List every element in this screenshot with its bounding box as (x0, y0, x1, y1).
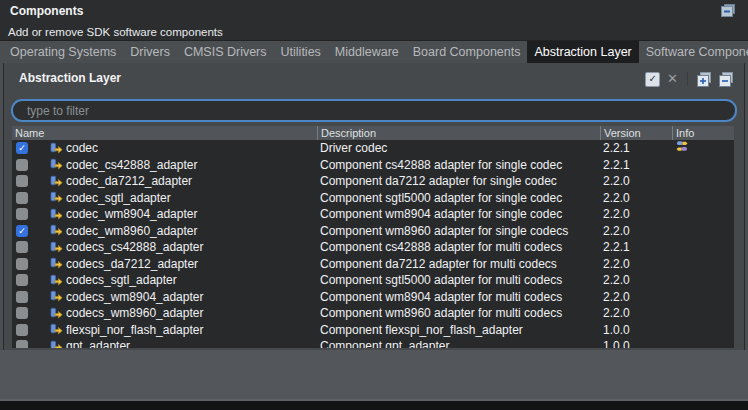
abstraction-layer-panel: Abstraction Layer ✓ ✕ (3, 63, 745, 350)
table-row[interactable]: codecs_wm8904_adapterComponent wm8904 ad… (12, 289, 734, 306)
component-name: flexspi_nor_flash_adapter (66, 323, 203, 337)
empty-area (0, 350, 748, 399)
component-icon (50, 323, 63, 336)
component-icon (50, 224, 63, 237)
version-cell: 2.2.0 (600, 207, 672, 221)
component-icon (50, 142, 63, 155)
component-icon (50, 290, 63, 303)
row-checkbox[interactable] (16, 192, 28, 204)
row-checkbox[interactable]: ✓ (16, 225, 28, 237)
components-table: Name Description Version Info ✓codecDriv… (12, 126, 734, 348)
description-cell: Component da7212 adapter for multi codec… (317, 257, 600, 271)
select-all-icon[interactable]: ✓ (645, 72, 660, 87)
component-name: codec (66, 141, 98, 155)
row-checkbox[interactable] (16, 291, 28, 303)
view-title: Components (10, 4, 83, 18)
component-name: codec_wm8904_adapter (66, 207, 197, 221)
tab-cmsis-drivers[interactable]: CMSIS Drivers (177, 41, 274, 63)
description-cell: Component wm8904 adapter for single code… (317, 207, 600, 221)
tab-middleware[interactable]: Middleware (328, 41, 406, 63)
row-checkbox[interactable] (16, 258, 28, 270)
description-cell: Component sgtl5000 adapter for single co… (317, 191, 600, 205)
table-row[interactable]: codecs_cs42888_adapterComponent cs42888 … (12, 239, 734, 256)
name-cell: codecs_cs42888_adapter (12, 240, 317, 254)
description-cell: Component wm8960 adapter for single code… (317, 224, 600, 238)
table-row[interactable]: gpt_adapterComponent gpt_adapter1.0.0 (12, 338, 734, 348)
component-name: codecs_da7212_adapter (66, 257, 198, 271)
name-cell: codecs_wm8904_adapter (12, 290, 317, 304)
component-icon (50, 274, 63, 287)
components-view: Components Add or remove SDK software co… (0, 0, 748, 410)
name-cell: codec_wm8904_adapter (12, 207, 317, 221)
description-cell: Component da7212 adapter for single code… (317, 174, 600, 188)
component-name: codecs_wm8904_adapter (66, 290, 203, 304)
row-checkbox[interactable] (16, 274, 28, 286)
name-cell: ✓codec (12, 141, 317, 155)
panel-toolbar: ✓ ✕ (645, 71, 734, 87)
tab-abstraction-layer[interactable]: Abstraction Layer (527, 41, 638, 63)
table-row[interactable]: codecs_sgtl_adapterComponent sgtl5000 ad… (12, 272, 734, 289)
minimize-view-icon[interactable] (721, 4, 736, 18)
version-cell: 2.2.0 (600, 273, 672, 287)
row-checkbox[interactable] (16, 175, 28, 187)
name-cell: codecs_sgtl_adapter (12, 273, 317, 287)
tab-board-components[interactable]: Board Components (406, 41, 528, 63)
name-cell: gpt_adapter (12, 339, 317, 348)
filter-input[interactable] (11, 99, 737, 122)
tab-operating-systems[interactable]: Operating Systems (3, 41, 123, 63)
column-header-name[interactable]: Name (12, 126, 317, 140)
component-name: codecs_wm8960_adapter (66, 306, 203, 320)
table-row[interactable]: codec_cs42888_adapterComponent cs42888 a… (12, 157, 734, 174)
version-cell: 1.0.0 (600, 339, 672, 348)
name-cell: codec_cs42888_adapter (12, 158, 317, 172)
description-cell: Component cs42888 adapter for single cod… (317, 158, 600, 172)
row-checkbox[interactable] (16, 307, 28, 319)
component-name: codecs_sgtl_adapter (66, 273, 177, 287)
expand-all-icon[interactable] (697, 72, 712, 87)
component-icon (50, 241, 63, 254)
table-row[interactable]: codec_da7212_adapterComponent da7212 ada… (12, 173, 734, 190)
version-cell: 2.2.1 (600, 240, 672, 254)
bottom-strip (0, 401, 748, 410)
description-cell: Driver codec (317, 141, 600, 155)
version-cell: 1.0.0 (600, 323, 672, 337)
row-checkbox[interactable] (16, 324, 28, 336)
dependency-info-icon[interactable] (675, 142, 689, 156)
table-row[interactable]: codecs_wm8960_adapterComponent wm8960 ad… (12, 305, 734, 322)
column-header-description[interactable]: Description (317, 126, 600, 140)
component-icon (50, 208, 63, 221)
component-icon (50, 175, 63, 188)
component-name: codec_wm8960_adapter (66, 224, 197, 238)
name-cell: codec_sgtl_adapter (12, 191, 317, 205)
version-cell: 2.2.0 (600, 174, 672, 188)
version-cell: 2.2.0 (600, 191, 672, 205)
table-row[interactable]: codecs_da7212_adapterComponent da7212 ad… (12, 256, 734, 273)
row-checkbox[interactable] (16, 208, 28, 220)
table-row[interactable]: flexspi_nor_flash_adapterComponent flexs… (12, 322, 734, 339)
column-header-info[interactable]: Info (672, 126, 734, 140)
component-name: gpt_adapter (66, 339, 130, 348)
row-checkbox[interactable] (16, 241, 28, 253)
collapse-all-icon[interactable] (719, 72, 734, 87)
component-name: codec_sgtl_adapter (66, 191, 171, 205)
row-checkbox[interactable]: ✓ (16, 142, 28, 154)
view-header: Components Add or remove SDK software co… (0, 0, 748, 41)
description-cell: Component wm8904 adapter for multi codec… (317, 290, 600, 304)
table-row[interactable]: codec_wm8904_adapterComponent wm8904 ada… (12, 206, 734, 223)
version-cell: 2.2.0 (600, 224, 672, 238)
component-icon (50, 307, 63, 320)
tab-utilities[interactable]: Utilities (274, 41, 328, 63)
column-header-version[interactable]: Version (600, 126, 672, 140)
name-cell: codecs_wm8960_adapter (12, 306, 317, 320)
component-icon (50, 340, 63, 348)
clear-selection-icon[interactable]: ✕ (667, 72, 678, 86)
row-checkbox[interactable] (16, 159, 28, 171)
tab-drivers[interactable]: Drivers (123, 41, 177, 63)
tab-bar: Operating SystemsDriversCMSIS DriversUti… (0, 41, 748, 63)
table-row[interactable]: ✓codec_wm8960_adapterComponent wm8960 ad… (12, 223, 734, 240)
table-row[interactable]: codec_sgtl_adapterComponent sgtl5000 ada… (12, 190, 734, 207)
tab-software-components[interactable]: Software Components (639, 41, 748, 63)
name-cell: codecs_da7212_adapter (12, 257, 317, 271)
row-checkbox[interactable] (16, 340, 28, 348)
table-row[interactable]: ✓codecDriver codec2.2.1 (12, 140, 734, 157)
